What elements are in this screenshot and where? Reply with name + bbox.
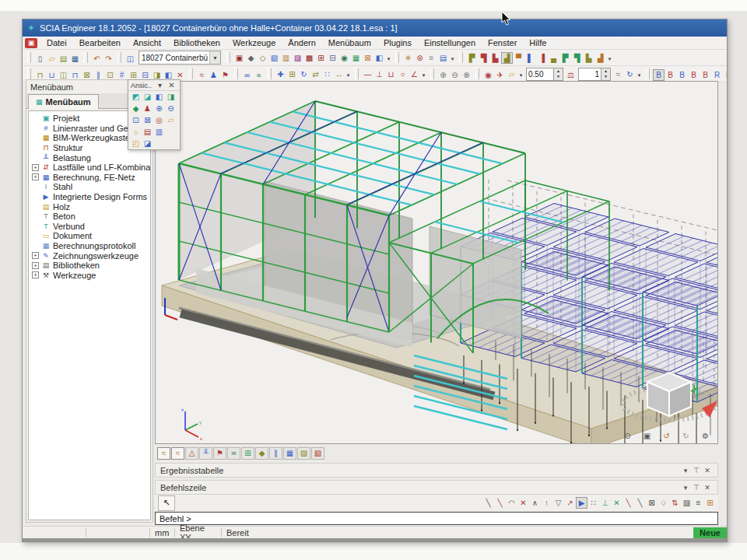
result-combination-icon[interactable]: R xyxy=(723,69,727,81)
toolbar-grip[interactable] xyxy=(117,52,121,63)
tree-item-berechnungsprotokoll[interactable]: ▦Berechnungsprotokoll xyxy=(29,241,150,251)
cursor-mode-button[interactable]: ↖ xyxy=(158,495,175,511)
perpendicular-tool-icon[interactable]: ⊥ xyxy=(374,68,385,80)
dropdown-caret[interactable]: ▾ xyxy=(420,70,427,82)
dropdown-caret[interactable]: ▾ xyxy=(385,54,392,65)
clip-box-icon[interactable]: ◰ xyxy=(130,138,142,149)
spinner-arrows[interactable]: ▲▼ xyxy=(601,68,610,80)
command-panel-header[interactable]: Befehlszeile ▾⊤✕ xyxy=(155,480,718,495)
hatch-tab[interactable]: ◆ xyxy=(255,447,268,460)
result-stress-icon[interactable]: B xyxy=(688,69,700,81)
toolbar-grip[interactable] xyxy=(459,52,463,63)
status-notification[interactable]: Neue xyxy=(693,527,727,538)
command-input[interactable]: Befehl > xyxy=(155,512,718,525)
clipboard-icon[interactable]: ▥ xyxy=(280,52,292,64)
menu-ansicht[interactable]: Ansicht xyxy=(127,37,167,48)
palette-menu-caret[interactable]: ▾ xyxy=(154,79,166,91)
snap-diagonal-icon[interactable]: ╲ xyxy=(622,497,634,509)
toolbar-grip[interactable] xyxy=(395,52,399,63)
tree-expander[interactable]: + xyxy=(32,262,39,269)
collapse-icon[interactable]: ▾ xyxy=(680,464,691,476)
snap-vertex-icon[interactable]: ↑ xyxy=(541,497,552,509)
ungroup-icon[interactable]: ⊖ xyxy=(449,69,461,81)
tree-item-stahl[interactable]: IStahl xyxy=(29,182,150,192)
free-load-icon[interactable]: ≈ xyxy=(196,69,208,81)
snap-extension-icon[interactable]: ↗ xyxy=(564,497,576,509)
tree-expander[interactable]: + xyxy=(32,173,39,180)
gallery-icon[interactable]: ▩ xyxy=(303,52,315,64)
loads-tab[interactable]: ╨ xyxy=(199,447,212,460)
render-image-alt-icon[interactable]: ▥ xyxy=(153,126,165,138)
model-3d-canvas[interactable]: zyx xyxy=(156,82,718,444)
tree-item-belastung[interactable]: ╨Belastung xyxy=(29,152,150,163)
snap-endpoint-icon[interactable]: ∧ xyxy=(529,497,541,509)
snap-rhombus-icon[interactable]: ♢ xyxy=(658,497,669,509)
view-front-icon[interactable]: ◪ xyxy=(142,91,153,103)
tree-expander[interactable]: + xyxy=(32,252,39,259)
palette-close-icon[interactable]: ✕ xyxy=(166,79,177,91)
light-icon[interactable]: ☼ xyxy=(130,126,142,138)
member-edit-icon[interactable]: ▟ xyxy=(594,52,606,64)
rebar-tab[interactable]: ∥ xyxy=(269,447,282,460)
palette-header[interactable]: Ansic... ▾✕ xyxy=(128,80,180,91)
redo-icon[interactable]: ↷ xyxy=(103,53,114,65)
snap-arc-icon[interactable]: ◠ xyxy=(506,497,517,509)
zoom-region-icon[interactable]: ⊙ xyxy=(622,430,633,442)
toolbar-grip[interactable] xyxy=(475,68,479,79)
dropdown-caret[interactable]: ▾ xyxy=(636,70,643,82)
undo-icon[interactable]: ↶ xyxy=(91,53,103,65)
rotate-icon[interactable]: ↻ xyxy=(298,68,310,80)
angle-tool-icon[interactable]: ∠ xyxy=(409,68,420,80)
snap-lines-icon[interactable]: ≡ xyxy=(693,497,704,509)
menu-fenster[interactable]: Fenster xyxy=(482,37,523,48)
tab-menubaum[interactable]: ▦ Menübaum xyxy=(28,94,99,109)
menu-men-baum[interactable]: Menübaum xyxy=(322,37,377,48)
toolbar-grip[interactable] xyxy=(355,68,359,79)
snap-grid-icon[interactable]: ∷ xyxy=(587,497,599,509)
tree-item-dokument[interactable]: ▭Dokument xyxy=(29,231,150,241)
ansicht-palette[interactable]: Ansic... ▾✕ ◩◪◧◨ ◆♟⊕⊖ ⊡⊠◎▱ ☼▤▥ ◰◪ xyxy=(128,79,181,150)
menu-bearbeiten[interactable]: Bearbeiten xyxy=(73,37,127,48)
group-icon[interactable]: ⊕ xyxy=(437,69,449,81)
cross-section-icon[interactable]: ▙ xyxy=(489,52,501,64)
tree-item-lastf-lle-und-lf-kombination[interactable]: +⇵Lastfälle und LF-Kombination xyxy=(29,163,150,173)
project-combobox[interactable]: 18027 Containerbü ▼ xyxy=(139,51,221,65)
results-panel-header[interactable]: Ergebnisstabelle ▾⊤✕ xyxy=(155,463,718,478)
dropdown-caret[interactable]: ▾ xyxy=(517,70,524,82)
zoom-in-icon[interactable]: ⊕ xyxy=(153,103,165,114)
menu-plugins[interactable]: Plugins xyxy=(377,37,418,48)
concrete-tab[interactable]: ▨ xyxy=(297,447,310,460)
wireframe-icon[interactable]: ▧ xyxy=(268,52,280,64)
toolbar-grip[interactable] xyxy=(27,52,31,63)
result-normal-icon[interactable]: B xyxy=(653,69,665,81)
menu-einstellungen[interactable]: Einstellungen xyxy=(418,37,482,48)
visualization-icon[interactable]: ✳ xyxy=(402,52,414,64)
split-view-icon[interactable]: ◫ xyxy=(124,53,136,65)
new-beam-icon[interactable]: ▛ xyxy=(466,52,478,64)
snap-ortho-icon[interactable]: ✕ xyxy=(611,497,622,509)
solid-render-icon[interactable]: ◆ xyxy=(245,52,257,64)
snap-vertical-icon[interactable]: ⇅ xyxy=(669,497,681,509)
zoom-all-icon[interactable]: ⊠ xyxy=(142,114,153,126)
rotate-view-icon[interactable]: ↻ xyxy=(624,68,636,80)
steel-tab[interactable]: ▦ xyxy=(283,447,296,460)
link-nodes-icon[interactable]: ∞ xyxy=(241,69,253,81)
circle-tool-icon[interactable]: ○ xyxy=(397,68,409,80)
title-bar[interactable]: ✦ SCIA Engineer 18.1.2052 - [18027 Conta… xyxy=(23,19,727,37)
tree-item-beton[interactable]: TBeton xyxy=(29,212,150,222)
tree-item-werkzeuge[interactable]: +⚒Werkzeuge xyxy=(29,271,150,281)
tree-item-zeichnungswerkzeuge[interactable]: +✎Zeichnungswerkzeuge xyxy=(29,250,150,261)
toolbar-grip[interactable] xyxy=(430,68,434,79)
open-layer-icon[interactable]: ▱ xyxy=(506,68,517,80)
dropdown-caret[interactable]: ▾ xyxy=(345,70,352,82)
new-document-icon[interactable]: ▯ xyxy=(34,53,46,65)
join-icon[interactable]: ⊗ xyxy=(461,69,472,81)
save-as-icon[interactable]: ▤ xyxy=(58,53,69,65)
texture-view-icon[interactable]: ▨ xyxy=(292,52,303,64)
levels-icon[interactable]: ≡ xyxy=(426,52,437,64)
walk-mode-icon[interactable]: ♟ xyxy=(142,103,153,114)
result-diagram2-tab[interactable]: ≈ xyxy=(171,447,184,460)
copy-icon[interactable]: ⊞ xyxy=(286,68,298,80)
orbit-alt-icon[interactable]: ↻ xyxy=(680,430,692,442)
toolbar-grip[interactable] xyxy=(226,52,230,63)
